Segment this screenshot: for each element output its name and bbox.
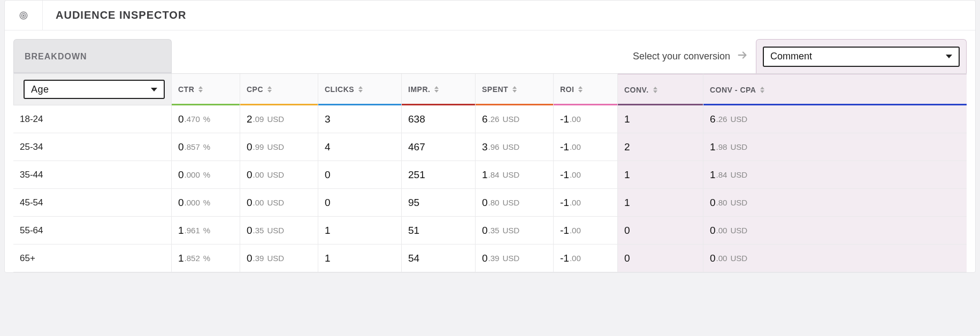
breakdown-tab: BREAKDOWN [13, 39, 172, 73]
svg-point-2 [23, 14, 24, 16]
col-header-conv[interactable]: CONV. [618, 74, 703, 105]
cell-roi: -1.00 [554, 133, 618, 161]
arrow-right-icon [737, 49, 748, 64]
cell-cpc: 0.00USD [240, 161, 318, 188]
col-header-label: SPENT [482, 85, 508, 94]
cell-cpa: 0.00USD [703, 245, 967, 272]
sort-icon [653, 87, 657, 93]
table-row: 35-440.000%0.00USD02511.84USD-1.0011.84U… [13, 161, 967, 189]
cell-conv: 2 [618, 133, 703, 161]
cell-impr: 95 [402, 189, 476, 216]
cell-label: 45-54 [13, 189, 172, 216]
cell-cpc: 0.35USD [240, 217, 318, 244]
breakdown-select-value: Age [31, 84, 49, 95]
cell-roi: -1.00 [554, 189, 618, 216]
cell-cpa: 6.26USD [703, 105, 967, 133]
cell-spent: 0.80USD [476, 189, 554, 216]
chevron-down-icon [946, 55, 952, 58]
cell-clicks: 4 [318, 133, 402, 161]
sort-icon [760, 87, 764, 93]
cell-label: 35-44 [13, 161, 172, 188]
col-header-roi[interactable]: ROI [554, 74, 618, 105]
sort-icon [198, 86, 203, 93]
conversion-area: Comment [756, 39, 967, 73]
breakdown-select-cell: Age [13, 74, 172, 105]
conversion-select[interactable]: Comment [763, 47, 960, 67]
cell-ctr: 1.961% [172, 217, 240, 244]
page-title: AUDIENCE INSPECTOR [56, 9, 186, 21]
col-header-label: CTR [178, 85, 194, 94]
col-header-label: IMPR. [408, 85, 430, 94]
cell-clicks: 1 [318, 245, 402, 272]
cell-cpa: 0.80USD [703, 189, 967, 216]
col-header-impr[interactable]: IMPR. [402, 74, 476, 105]
cell-roi: -1.00 [554, 245, 618, 272]
table-row: 45-540.000%0.00USD0950.80USD-1.0010.80US… [13, 189, 967, 217]
cell-conv: 0 [618, 245, 703, 272]
table-row: 25-340.857%0.99USD44673.96USD-1.0021.98U… [13, 133, 967, 161]
cell-label: 55-64 [13, 217, 172, 244]
cell-ctr: 0.470% [172, 105, 240, 133]
col-header-cpa[interactable]: CONV - CPA [703, 74, 967, 105]
header-divider [42, 1, 43, 30]
cell-impr: 638 [402, 105, 476, 133]
conversion-select-value: Comment [770, 51, 812, 62]
cell-cpc: 0.99USD [240, 133, 318, 161]
cell-conv: 1 [618, 105, 703, 133]
col-header-label: CONV. [624, 86, 649, 94]
cell-clicks: 3 [318, 105, 402, 133]
col-header-clicks[interactable]: CLICKS [318, 74, 402, 105]
table-row: 65+1.852%0.39USD1540.39USD-1.0000.00USD [13, 245, 967, 272]
panel-header: AUDIENCE INSPECTOR [5, 1, 975, 30]
cell-conv: 1 [618, 189, 703, 216]
breakdown-label: BREAKDOWN [25, 52, 87, 62]
cell-conv: 0 [618, 217, 703, 244]
cell-impr: 251 [402, 161, 476, 188]
cell-cpc: 0.00USD [240, 189, 318, 216]
cell-clicks: 0 [318, 189, 402, 216]
cell-ctr: 0.000% [172, 189, 240, 216]
cell-roi: -1.00 [554, 217, 618, 244]
cell-ctr: 0.857% [172, 133, 240, 161]
cell-clicks: 1 [318, 217, 402, 244]
col-header-label: CONV - CPA [710, 86, 756, 94]
table-row: 55-641.961%0.35USD1510.35USD-1.0000.00US… [13, 217, 967, 245]
cell-spent: 1.84USD [476, 161, 554, 188]
cell-cpc: 0.39USD [240, 245, 318, 272]
cell-roi: -1.00 [554, 161, 618, 188]
cell-cpa: 0.00USD [703, 217, 967, 244]
col-header-spent[interactable]: SPENT [476, 74, 554, 105]
cell-ctr: 0.000% [172, 161, 240, 188]
cell-conv: 1 [618, 161, 703, 188]
breakdown-select[interactable]: Age [24, 80, 165, 99]
col-header-ctr[interactable]: CTR [172, 74, 240, 105]
cell-label: 25-34 [13, 133, 172, 161]
sort-icon [358, 86, 363, 93]
sort-icon [512, 86, 517, 93]
cell-label: 65+ [13, 245, 172, 272]
cell-cpa: 1.84USD [703, 161, 967, 188]
sort-icon [434, 86, 439, 93]
cell-spent: 6.26USD [476, 105, 554, 133]
table-row: 18-240.470%2.09USD36386.26USD-1.0016.26U… [13, 105, 967, 133]
cell-impr: 467 [402, 133, 476, 161]
chevron-down-icon [151, 88, 157, 91]
cell-spent: 0.39USD [476, 245, 554, 272]
target-icon [18, 10, 29, 21]
cell-cpa: 1.98USD [703, 133, 967, 161]
cell-clicks: 0 [318, 161, 402, 188]
cell-spent: 3.96USD [476, 133, 554, 161]
col-header-label: CLICKS [325, 85, 354, 94]
cell-impr: 54 [402, 245, 476, 272]
col-header-cpc[interactable]: CPC [240, 74, 318, 105]
conversion-prompt-area: Select your conversion [172, 39, 756, 73]
conversion-prompt: Select your conversion [633, 51, 730, 62]
cell-cpc: 2.09USD [240, 105, 318, 133]
col-header-label: ROI [560, 85, 574, 94]
cell-roi: -1.00 [554, 105, 618, 133]
cell-impr: 51 [402, 217, 476, 244]
col-header-label: CPC [247, 85, 263, 94]
sort-icon [267, 86, 272, 93]
sort-icon [578, 86, 583, 93]
cell-label: 18-24 [13, 105, 172, 133]
